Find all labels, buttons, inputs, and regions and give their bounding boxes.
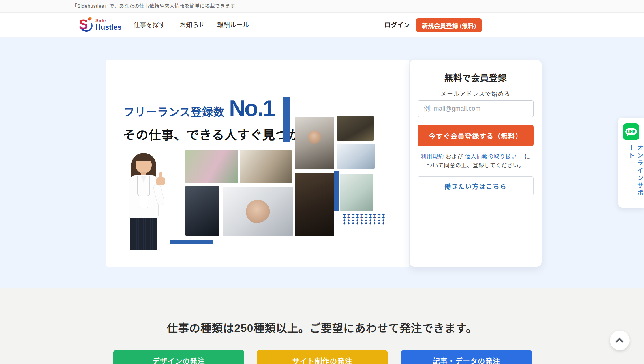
hero-accent-bar-horizontal xyxy=(170,240,213,244)
woman-thumb-up xyxy=(159,172,162,178)
line-support-label: オンラインサポート xyxy=(618,145,644,204)
nav-item-find-work[interactable]: 仕事を探す xyxy=(134,13,165,37)
hero-headline: フリーランス登録数 No.1 xyxy=(123,95,274,121)
category-button-website[interactable]: サイト制作の発注 xyxy=(257,350,388,364)
line-support-widget[interactable]: LINE オンラインサポート xyxy=(618,118,644,208)
line-icon: LINE xyxy=(623,123,639,140)
hero-headline-no1: No.1 xyxy=(229,95,274,121)
hero-section: フリーランス登録数 No.1 その仕事、できる人すぐ見つかる xyxy=(0,37,644,288)
woman-lanyard xyxy=(137,176,150,196)
worker-register-button[interactable]: 働きたい方はこちら xyxy=(418,176,534,195)
logo-letter: S xyxy=(79,17,88,32)
main-nav: S Side Hustles 仕事を探す お知らせ 報酬ルール ログイン 新規会… xyxy=(0,13,644,37)
privacy-policy-link[interactable]: 個人情報の取り扱いー xyxy=(465,154,523,160)
signup-card: 無料で会員登録 メールアドレスで始める 今すぐ会員登録する（無料） 利用規約 お… xyxy=(410,60,542,267)
signup-submit-button[interactable]: 今すぐ会員登録する（無料） xyxy=(418,125,534,146)
login-link[interactable]: ログイン xyxy=(384,13,410,37)
logo[interactable]: S Side Hustles xyxy=(78,17,121,32)
hero-star-pattern: ✦✦✦✦✦✦✦✦✦✦✦✦✦✦✦✦✦✦✦✦✦✦✦✦✦✦✦✦✦✦✦✦✦✦✦✦✦✦✦✦ xyxy=(342,214,386,230)
category-button-articles-data[interactable]: 記事・データの発注 xyxy=(401,350,532,364)
logo-icon: S xyxy=(78,17,93,32)
hero-accent-bar-vertical xyxy=(283,97,290,142)
logo-line1: Side xyxy=(95,18,121,23)
hero-photo-dance-group xyxy=(340,174,373,211)
hero-headline-prefix: フリーランス登録数 xyxy=(123,103,224,119)
top-notice-text: 「Sidehustles」で、あなたの仕事依頼や求人情報を簡単に掲載できます。 xyxy=(72,0,240,13)
terms-text: 利用規約 および 個人情報の取り扱いー に ついて同意の上、登録してください。 xyxy=(410,152,542,170)
chevron-up-icon xyxy=(615,337,624,346)
signup-card-title: 無料で会員登録 xyxy=(410,71,542,84)
nav-item-reward-rules[interactable]: 報酬ルール xyxy=(217,13,249,37)
woman-badge xyxy=(140,195,148,208)
jobs-section-heading: 仕事の種類は250種類以上。ご要望にあわせて発注できます。 xyxy=(0,319,644,335)
hero-photo-jewelry-shop xyxy=(295,173,334,236)
hero-photo-man-by-window xyxy=(337,116,374,141)
hero-photo-woman-on-phone xyxy=(223,187,293,236)
category-button-design[interactable]: デザインの発注 xyxy=(113,350,244,364)
top-notice-bar: 「Sidehustles」で、あなたの仕事依頼や求人情報を簡単に掲載できます。 xyxy=(0,0,644,13)
hero-photo-tablet-blueprint xyxy=(185,186,219,236)
scroll-to-top-button[interactable] xyxy=(610,331,630,350)
hero-photo-team-laptop xyxy=(337,144,375,169)
logo-text: Side Hustles xyxy=(95,18,121,31)
hero-card: フリーランス登録数 No.1 その仕事、できる人すぐ見つかる xyxy=(106,60,409,267)
signup-card-subtitle: メールアドレスで始める xyxy=(410,89,542,98)
terms-of-use-link[interactable]: 利用規約 xyxy=(421,154,444,160)
hero-photo-man-at-desk xyxy=(240,150,292,183)
email-input[interactable] xyxy=(418,100,534,117)
signup-button[interactable]: 新規会員登録 (無料) xyxy=(416,18,482,32)
logo-line2: Hustles xyxy=(95,24,121,31)
hero-photo-man-headphones xyxy=(295,117,334,169)
hero-photo-flower-arranging xyxy=(185,150,238,183)
hero-accent-bar-vertical-small xyxy=(334,171,339,211)
woman-skirt xyxy=(130,218,157,250)
nav-item-news[interactable]: お知らせ xyxy=(180,13,205,37)
line-icon-label: LINE xyxy=(625,128,637,135)
jobs-section: 仕事の種類は250種類以上。ご要望にあわせて発注できます。 デザインの発注 サイ… xyxy=(0,288,644,364)
woman-fringe xyxy=(135,154,152,161)
hero-photo-woman-thumbs-up xyxy=(121,153,168,250)
